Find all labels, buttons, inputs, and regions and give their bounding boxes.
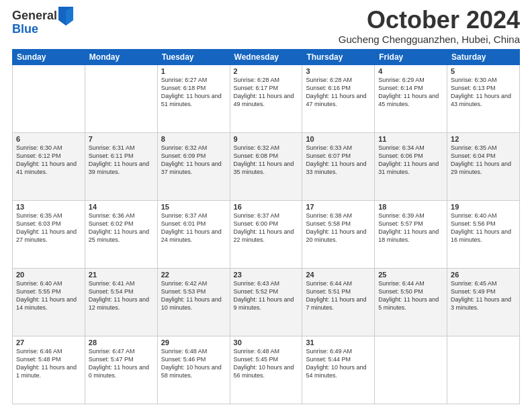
table-row: 27Sunrise: 6:46 AM Sunset: 5:48 PM Dayli… bbox=[13, 336, 85, 404]
table-row: 16Sunrise: 6:37 AM Sunset: 6:00 PM Dayli… bbox=[230, 200, 302, 268]
logo-general: General bbox=[12, 9, 57, 23]
day-info: Sunrise: 6:28 AM Sunset: 6:17 PM Dayligh… bbox=[234, 76, 299, 109]
day-number: 9 bbox=[234, 135, 299, 143]
day-info: Sunrise: 6:38 AM Sunset: 5:58 PM Dayligh… bbox=[306, 212, 371, 244]
day-number: 21 bbox=[89, 271, 154, 279]
page: General Blue October 2024 Gucheng Chengg… bbox=[0, 0, 532, 411]
day-info: Sunrise: 6:45 AM Sunset: 5:49 PM Dayligh… bbox=[451, 279, 516, 312]
table-row bbox=[447, 336, 520, 404]
day-number: 22 bbox=[161, 271, 226, 279]
day-number: 13 bbox=[16, 203, 81, 211]
calendar-week-row: 20Sunrise: 6:40 AM Sunset: 5:55 PM Dayli… bbox=[13, 268, 520, 336]
day-number: 15 bbox=[161, 203, 226, 211]
month-title: October 2024 bbox=[339, 7, 520, 34]
col-wednesday: Wednesday bbox=[230, 49, 302, 64]
day-info: Sunrise: 6:44 AM Sunset: 5:50 PM Dayligh… bbox=[378, 279, 443, 312]
day-info: Sunrise: 6:46 AM Sunset: 5:48 PM Dayligh… bbox=[16, 347, 81, 380]
location: Gucheng Chengguanzhen, Hubei, China bbox=[339, 34, 520, 45]
table-row: 11Sunrise: 6:34 AM Sunset: 6:06 PM Dayli… bbox=[375, 132, 447, 200]
day-info: Sunrise: 6:29 AM Sunset: 6:14 PM Dayligh… bbox=[378, 76, 443, 109]
table-row: 19Sunrise: 6:40 AM Sunset: 5:56 PM Dayli… bbox=[447, 200, 520, 268]
title-block: October 2024 Gucheng Chengguanzhen, Hube… bbox=[339, 7, 520, 45]
day-info: Sunrise: 6:49 AM Sunset: 5:44 PM Dayligh… bbox=[306, 347, 371, 380]
day-info: Sunrise: 6:31 AM Sunset: 6:11 PM Dayligh… bbox=[89, 144, 154, 177]
day-info: Sunrise: 6:30 AM Sunset: 6:13 PM Dayligh… bbox=[451, 76, 516, 109]
col-friday: Friday bbox=[375, 49, 447, 64]
day-number: 29 bbox=[161, 338, 226, 347]
day-number: 4 bbox=[378, 67, 443, 75]
day-info: Sunrise: 6:40 AM Sunset: 5:55 PM Dayligh… bbox=[16, 279, 81, 312]
day-number: 20 bbox=[16, 271, 81, 279]
day-info: Sunrise: 6:28 AM Sunset: 6:16 PM Dayligh… bbox=[306, 76, 371, 109]
table-row: 14Sunrise: 6:36 AM Sunset: 6:02 PM Dayli… bbox=[85, 200, 157, 268]
day-info: Sunrise: 6:47 AM Sunset: 5:47 PM Dayligh… bbox=[89, 347, 154, 380]
logo-icon bbox=[58, 7, 73, 26]
day-info: Sunrise: 6:41 AM Sunset: 5:54 PM Dayligh… bbox=[89, 279, 154, 312]
table-row: 24Sunrise: 6:44 AM Sunset: 5:51 PM Dayli… bbox=[302, 268, 375, 336]
day-number: 27 bbox=[16, 338, 81, 347]
day-number: 31 bbox=[306, 338, 371, 347]
day-number: 28 bbox=[89, 338, 154, 347]
col-thursday: Thursday bbox=[302, 49, 375, 64]
day-number: 1 bbox=[161, 67, 226, 75]
day-number: 10 bbox=[306, 135, 371, 143]
table-row: 15Sunrise: 6:37 AM Sunset: 6:01 PM Dayli… bbox=[157, 200, 230, 268]
day-info: Sunrise: 6:43 AM Sunset: 5:52 PM Dayligh… bbox=[234, 279, 299, 312]
day-number: 26 bbox=[451, 271, 516, 279]
day-number: 17 bbox=[306, 203, 371, 211]
col-tuesday: Tuesday bbox=[157, 49, 230, 64]
table-row: 30Sunrise: 6:48 AM Sunset: 5:45 PM Dayli… bbox=[230, 336, 302, 404]
calendar-week-row: 27Sunrise: 6:46 AM Sunset: 5:48 PM Dayli… bbox=[13, 336, 520, 404]
calendar-week-row: 1Sunrise: 6:27 AM Sunset: 6:18 PM Daylig… bbox=[13, 64, 520, 132]
calendar: Sunday Monday Tuesday Wednesday Thursday… bbox=[12, 49, 520, 404]
day-info: Sunrise: 6:44 AM Sunset: 5:51 PM Dayligh… bbox=[306, 279, 371, 312]
day-number: 19 bbox=[451, 203, 516, 211]
day-info: Sunrise: 6:40 AM Sunset: 5:56 PM Dayligh… bbox=[451, 212, 516, 244]
col-monday: Monday bbox=[85, 49, 157, 64]
table-row: 3Sunrise: 6:28 AM Sunset: 6:16 PM Daylig… bbox=[302, 64, 375, 132]
day-info: Sunrise: 6:32 AM Sunset: 6:08 PM Dayligh… bbox=[234, 144, 299, 177]
day-number: 25 bbox=[378, 271, 443, 279]
table-row: 28Sunrise: 6:47 AM Sunset: 5:47 PM Dayli… bbox=[85, 336, 157, 404]
calendar-week-row: 13Sunrise: 6:35 AM Sunset: 6:03 PM Dayli… bbox=[13, 200, 520, 268]
day-number: 14 bbox=[89, 203, 154, 211]
header: General Blue October 2024 Gucheng Chengg… bbox=[12, 7, 520, 45]
table-row: 13Sunrise: 6:35 AM Sunset: 6:03 PM Dayli… bbox=[13, 200, 85, 268]
day-info: Sunrise: 6:34 AM Sunset: 6:06 PM Dayligh… bbox=[378, 144, 443, 177]
table-row: 10Sunrise: 6:33 AM Sunset: 6:07 PM Dayli… bbox=[302, 132, 375, 200]
table-row bbox=[13, 64, 85, 132]
table-row: 20Sunrise: 6:40 AM Sunset: 5:55 PM Dayli… bbox=[13, 268, 85, 336]
day-info: Sunrise: 6:35 AM Sunset: 6:03 PM Dayligh… bbox=[16, 212, 81, 244]
table-row: 25Sunrise: 6:44 AM Sunset: 5:50 PM Dayli… bbox=[375, 268, 447, 336]
col-saturday: Saturday bbox=[447, 49, 520, 64]
table-row: 2Sunrise: 6:28 AM Sunset: 6:17 PM Daylig… bbox=[230, 64, 302, 132]
day-info: Sunrise: 6:27 AM Sunset: 6:18 PM Dayligh… bbox=[161, 76, 226, 109]
day-info: Sunrise: 6:33 AM Sunset: 6:07 PM Dayligh… bbox=[306, 144, 371, 177]
table-row: 21Sunrise: 6:41 AM Sunset: 5:54 PM Dayli… bbox=[85, 268, 157, 336]
table-row: 29Sunrise: 6:48 AM Sunset: 5:46 PM Dayli… bbox=[157, 336, 230, 404]
table-row: 7Sunrise: 6:31 AM Sunset: 6:11 PM Daylig… bbox=[85, 132, 157, 200]
day-info: Sunrise: 6:39 AM Sunset: 5:57 PM Dayligh… bbox=[378, 212, 443, 244]
day-info: Sunrise: 6:32 AM Sunset: 6:09 PM Dayligh… bbox=[161, 144, 226, 177]
calendar-header-row: Sunday Monday Tuesday Wednesday Thursday… bbox=[13, 49, 520, 64]
day-info: Sunrise: 6:30 AM Sunset: 6:12 PM Dayligh… bbox=[16, 144, 81, 177]
day-number: 2 bbox=[234, 67, 299, 75]
day-info: Sunrise: 6:37 AM Sunset: 6:01 PM Dayligh… bbox=[161, 212, 226, 244]
day-number: 30 bbox=[234, 338, 299, 347]
day-number: 24 bbox=[306, 271, 371, 279]
day-number: 3 bbox=[306, 67, 371, 75]
day-number: 5 bbox=[451, 67, 516, 75]
table-row: 12Sunrise: 6:35 AM Sunset: 6:04 PM Dayli… bbox=[447, 132, 520, 200]
table-row: 6Sunrise: 6:30 AM Sunset: 6:12 PM Daylig… bbox=[13, 132, 85, 200]
table-row: 22Sunrise: 6:42 AM Sunset: 5:53 PM Dayli… bbox=[157, 268, 230, 336]
col-sunday: Sunday bbox=[13, 49, 85, 64]
day-info: Sunrise: 6:35 AM Sunset: 6:04 PM Dayligh… bbox=[451, 144, 516, 177]
day-number: 7 bbox=[89, 135, 154, 143]
day-number: 12 bbox=[451, 135, 516, 143]
day-number: 6 bbox=[16, 135, 81, 143]
logo: General Blue bbox=[12, 7, 73, 36]
day-info: Sunrise: 6:48 AM Sunset: 5:46 PM Dayligh… bbox=[161, 347, 226, 380]
day-number: 23 bbox=[234, 271, 299, 279]
table-row: 4Sunrise: 6:29 AM Sunset: 6:14 PM Daylig… bbox=[375, 64, 447, 132]
day-info: Sunrise: 6:37 AM Sunset: 6:00 PM Dayligh… bbox=[234, 212, 299, 244]
